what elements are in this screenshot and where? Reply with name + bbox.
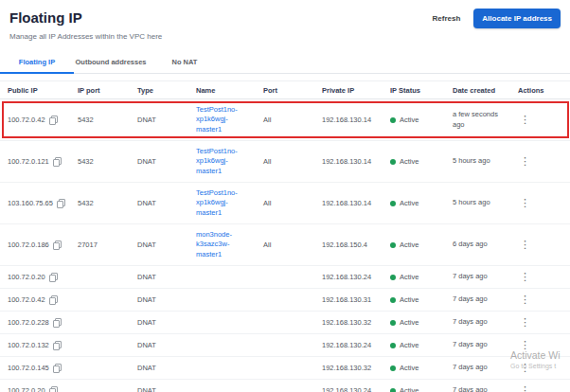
- status-label: Active: [400, 273, 419, 281]
- public-ip-value: 100.72.0.186: [8, 241, 49, 249]
- private-ip-value: 192.168.130.24: [314, 341, 383, 349]
- date-created-value: 7 days ago: [445, 385, 510, 392]
- status-badge: Active: [390, 341, 445, 349]
- table-row: 100.72.0.186 27017 DNAT mon3node-k3sazc3…: [0, 224, 570, 266]
- status-label: Active: [400, 364, 419, 372]
- status-dot-icon: [390, 201, 396, 206]
- date-created-value: 7 days ago: [445, 363, 510, 373]
- private-ip-value: 192.168.130.14: [314, 157, 383, 166]
- public-ip-value: 100.72.0.121: [8, 157, 49, 166]
- status-dot-icon: [390, 275, 396, 280]
- more-actions-button[interactable]: ⋮: [520, 240, 530, 250]
- name-link[interactable]: TestPost1no-xp1k6wgj-master1: [196, 188, 243, 219]
- column-header-date-created: Date created: [445, 86, 510, 95]
- public-ip-value: 100.72.0.228: [8, 318, 49, 327]
- copy-icon[interactable]: [49, 295, 58, 305]
- status-label: Active: [400, 386, 419, 392]
- copy-icon[interactable]: [53, 318, 62, 328]
- header-actions: Refresh Allocate IP address: [431, 9, 561, 28]
- status-label: Active: [400, 116, 419, 124]
- status-label: Active: [400, 295, 419, 304]
- column-header-name: Name: [188, 86, 256, 95]
- status-badge: Active: [390, 199, 445, 207]
- status-badge: Active: [390, 318, 445, 327]
- public-ip-value: 100.72.0.132: [8, 341, 49, 349]
- tab-floating-ip[interactable]: Floating IP: [0, 53, 74, 73]
- more-actions-button[interactable]: ⋮: [520, 115, 530, 125]
- private-ip-value: 192.168.130.31: [314, 295, 383, 304]
- more-actions-button[interactable]: ⋮: [520, 317, 530, 328]
- refresh-button[interactable]: Refresh: [431, 10, 463, 27]
- tab-no-nat[interactable]: No NAT: [148, 53, 222, 73]
- private-ip-value: 192.168.150.4: [314, 241, 383, 249]
- table-row: 100.72.0.145 DNAT 192.168.130.32 Active …: [0, 357, 570, 380]
- copy-icon[interactable]: [57, 199, 65, 208]
- public-ip-value: 100.72.0.42: [8, 295, 45, 304]
- type-value: DNAT: [130, 386, 188, 392]
- status-dot-icon: [390, 242, 396, 248]
- private-ip-value: 192.168.130.14: [314, 116, 383, 124]
- copy-icon[interactable]: [53, 241, 62, 250]
- table-row: 100.72.0.20 DNAT 192.168.130.24 Active 7…: [0, 380, 570, 392]
- table-row: 100.72.0.42 5432 DNAT TestPost1no-xp1k6w…: [0, 99, 570, 141]
- table-row: 100.72.0.132 DNAT 192.168.130.24 Active …: [0, 334, 570, 357]
- more-actions-button[interactable]: ⋮: [520, 198, 530, 208]
- date-created-value: 7 days ago: [445, 317, 510, 328]
- date-created-value: 7 days ago: [445, 272, 510, 282]
- status-badge: Active: [390, 157, 445, 166]
- type-value: DNAT: [130, 318, 188, 327]
- allocate-ip-button[interactable]: Allocate IP address: [473, 9, 561, 28]
- more-actions-button[interactable]: ⋮: [520, 272, 530, 282]
- copy-icon[interactable]: [53, 364, 62, 373]
- status-dot-icon: [390, 117, 396, 123]
- table-row: 100.72.0.42 DNAT 192.168.130.31 Active 7…: [0, 289, 570, 312]
- copy-icon[interactable]: [53, 157, 62, 167]
- status-dot-icon: [390, 297, 396, 303]
- more-actions-button[interactable]: ⋮: [520, 340, 530, 350]
- date-created-value: 6 days ago: [445, 240, 510, 250]
- floating-ip-table: Public IP IP port Type Name Port Private…: [0, 80, 570, 392]
- column-header-ip-status: IP Status: [383, 86, 445, 95]
- port-value: All: [256, 116, 314, 124]
- name-link[interactable]: mon3node-k3sazc3w-master1: [196, 230, 243, 260]
- copy-icon[interactable]: [49, 273, 58, 282]
- ip-port-value: 5432: [70, 116, 130, 124]
- table-header-row: Public IP IP port Type Name Port Private…: [0, 80, 570, 99]
- public-ip-value: 100.72.0.20: [8, 386, 45, 392]
- tab-bar: Floating IP Outbound addresses No NAT: [0, 53, 570, 74]
- status-dot-icon: [390, 365, 396, 371]
- status-label: Active: [400, 199, 419, 207]
- name-link[interactable]: TestPost1no-xp1k6wgj-master1: [196, 147, 243, 177]
- name-link[interactable]: TestPost1no-xp1k6wgj-master1: [196, 105, 243, 135]
- tab-outbound-addresses[interactable]: Outbound addresses: [74, 53, 148, 73]
- status-badge: Active: [390, 273, 445, 281]
- date-created-value: 7 days ago: [445, 294, 510, 305]
- type-value: DNAT: [130, 295, 188, 304]
- ip-port-value: 27017: [70, 241, 130, 249]
- type-value: DNAT: [130, 157, 188, 166]
- type-value: DNAT: [130, 364, 188, 372]
- column-header-type: Type: [130, 86, 188, 95]
- more-actions-button[interactable]: ⋮: [520, 363, 530, 373]
- more-actions-button[interactable]: ⋮: [520, 385, 530, 392]
- type-value: DNAT: [130, 273, 188, 281]
- port-value: All: [256, 241, 314, 249]
- column-header-public-ip: Public IP: [0, 86, 70, 95]
- copy-icon[interactable]: [49, 116, 58, 125]
- status-label: Active: [400, 241, 419, 249]
- status-badge: Active: [390, 364, 445, 372]
- date-created-value: a few seconds ago: [445, 110, 510, 130]
- page-subtitle: Manage all IP Addresses within the VPC h…: [9, 32, 561, 41]
- private-ip-value: 192.168.130.32: [314, 318, 383, 327]
- date-created-value: 7 days ago: [445, 340, 510, 350]
- private-ip-value: 192.168.130.14: [314, 199, 383, 207]
- more-actions-button[interactable]: ⋮: [520, 156, 530, 167]
- copy-icon[interactable]: [49, 386, 58, 392]
- port-value: All: [256, 199, 314, 207]
- public-ip-value: 100.72.0.145: [8, 364, 49, 372]
- private-ip-value: 192.168.130.32: [314, 364, 383, 372]
- table-row: 103.160.75.65 5432 DNAT TestPost1no-xp1k…: [0, 183, 570, 224]
- copy-icon[interactable]: [53, 341, 62, 350]
- more-actions-button[interactable]: ⋮: [520, 294, 530, 305]
- column-header-ip-port: IP port: [70, 86, 130, 95]
